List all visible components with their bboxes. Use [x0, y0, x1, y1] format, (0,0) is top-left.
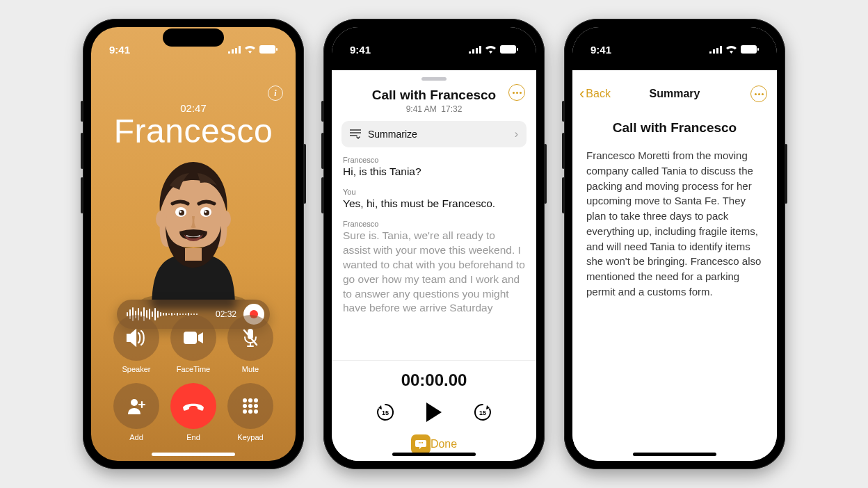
home-indicator[interactable] [152, 453, 235, 456]
contact-avatar [131, 149, 256, 309]
call-screen: 9:41 i 02:47 Francesco [91, 27, 296, 461]
svg-rect-26 [517, 48, 518, 51]
facetime-label: FaceTime [177, 365, 211, 373]
svg-point-15 [131, 399, 138, 406]
summary-text: Francesco Moretti from the moving compan… [586, 148, 763, 300]
svg-point-22 [243, 409, 247, 414]
svg-point-6 [179, 210, 184, 215]
sheet-grabber[interactable] [421, 77, 447, 81]
play-button[interactable] [421, 400, 447, 425]
back-button[interactable]: ‹ Back [579, 88, 611, 100]
svg-text:15: 15 [382, 409, 389, 416]
svg-rect-12 [184, 332, 197, 344]
svg-text:””: ”” [418, 441, 423, 446]
svg-point-20 [248, 404, 252, 408]
forward-15-button[interactable]: 15 [470, 400, 495, 425]
svg-point-17 [248, 398, 252, 402]
play-icon [426, 402, 442, 422]
status-icons [228, 45, 278, 54]
transcript-message: Francesco Hi, is this Tania? [343, 156, 525, 179]
add-label: Add [129, 433, 143, 441]
svg-point-9 [204, 210, 209, 215]
battery-icon [259, 45, 278, 54]
svg-point-19 [243, 404, 247, 408]
cellular-icon [228, 46, 241, 54]
back-label: Back [586, 88, 611, 100]
add-button[interactable]: Add [113, 383, 159, 441]
wifi-icon [725, 45, 737, 54]
mute-label: Mute [242, 365, 259, 373]
speaker-label: Speaker [122, 365, 151, 373]
end-label: End [186, 433, 200, 441]
summarize-label: Summarize [368, 129, 417, 140]
done-button[interactable]: Done [431, 438, 457, 450]
dynamic-island [644, 29, 705, 47]
summary-screen: 9:41 ‹ Back Summary Call with Francesco [572, 27, 777, 461]
svg-point-7 [179, 211, 182, 213]
status-icons [709, 45, 759, 54]
svg-rect-25 [500, 45, 516, 54]
chevron-right-icon: › [515, 128, 518, 140]
speaker-button[interactable]: Speaker [113, 315, 159, 373]
info-button[interactable]: i [268, 86, 283, 101]
summary-title: Call with Francesco [586, 120, 763, 136]
dynamic-island [403, 29, 465, 47]
rewind-15-button[interactable]: 15 [373, 400, 398, 425]
svg-point-18 [254, 398, 258, 402]
nav-title: Summary [650, 88, 700, 100]
transcript-screen: 9:41 Call with Francesco 9:41 AM 17:32 S… [332, 27, 536, 461]
status-time: 9:41 [109, 44, 130, 56]
notes-app-button[interactable]: ”” [411, 434, 431, 454]
mute-button[interactable]: Mute [227, 315, 273, 373]
summarize-icon [350, 129, 361, 139]
svg-point-23 [248, 409, 252, 414]
status-time: 9:41 [350, 44, 371, 56]
summary-body: Call with Francesco Francesco Moretti fr… [572, 109, 777, 461]
cellular-icon [709, 46, 722, 54]
svg-point-3 [156, 211, 167, 227]
svg-point-10 [204, 211, 207, 213]
svg-rect-31 [757, 48, 759, 51]
svg-rect-30 [741, 45, 757, 54]
rewind-icon: 15 [375, 402, 396, 423]
transcript-sheet: Call with Francesco 9:41 AM 17:32 Summar… [332, 70, 536, 461]
svg-text:15: 15 [479, 409, 486, 416]
transcript-message: You Yes, hi, this must be Francesco. [343, 188, 525, 211]
quote-icon: ”” [415, 439, 426, 449]
svg-rect-1 [276, 48, 278, 51]
transcript-title: Call with Francesco [332, 88, 536, 103]
battery-icon [741, 45, 759, 54]
wifi-icon [244, 45, 256, 54]
svg-point-24 [254, 409, 258, 414]
add-person-icon [127, 398, 146, 414]
facetime-button[interactable]: FaceTime [170, 315, 216, 373]
video-icon [183, 331, 204, 345]
phone-down-icon [182, 400, 205, 412]
phone-call: 9:41 i 02:47 Francesco [83, 19, 304, 469]
audio-player: 00:00.00 15 15 ”” Done [332, 360, 536, 461]
svg-rect-11 [185, 248, 202, 261]
more-button[interactable] [508, 84, 525, 101]
svg-point-21 [254, 404, 258, 408]
home-indicator[interactable] [392, 453, 476, 456]
playback-time: 00:00.00 [401, 371, 467, 390]
speaker-icon [126, 329, 147, 347]
status-icons [469, 45, 518, 54]
phone-summary: 9:41 ‹ Back Summary Call with Francesco [564, 19, 785, 469]
cellular-icon [469, 46, 481, 54]
svg-rect-0 [259, 45, 275, 54]
keypad-icon [242, 398, 259, 414]
more-button[interactable] [750, 86, 767, 102]
dynamic-island [163, 29, 224, 47]
mic-off-icon [242, 328, 259, 348]
keypad-button[interactable]: Keypad [227, 383, 273, 441]
summarize-button[interactable]: Summarize › [341, 121, 527, 147]
home-indicator[interactable] [633, 453, 716, 456]
end-call-button[interactable]: End [170, 383, 216, 441]
keypad-label: Keypad [237, 433, 263, 441]
transcript-body[interactable]: Francesco Hi, is this Tania? You Yes, hi… [332, 156, 536, 360]
nav-bar: ‹ Back Summary [572, 81, 777, 106]
status-time: 9:41 [590, 44, 611, 56]
transcript-meta: 9:41 AM 17:32 [332, 104, 536, 114]
contact-name: Francesco [91, 112, 296, 150]
